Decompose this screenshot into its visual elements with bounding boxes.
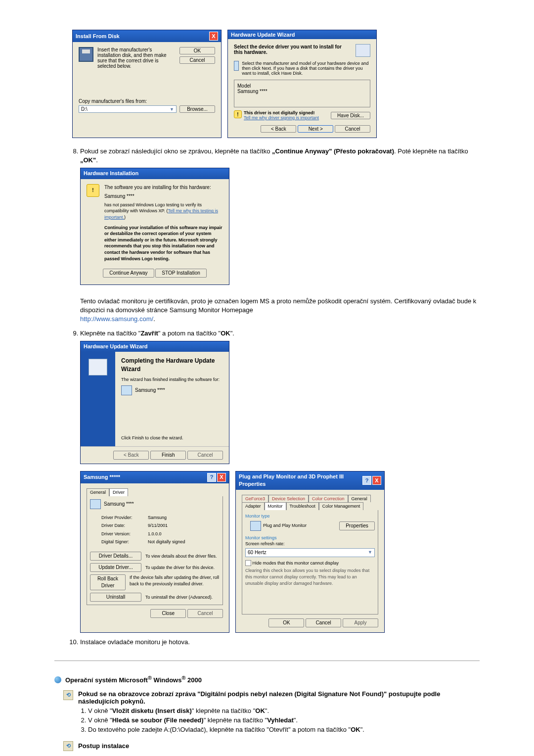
help-icon[interactable]: ? <box>362 476 371 485</box>
driver-properties-dialog: Samsung ***** ? X General Driver <box>80 471 229 633</box>
help-icon[interactable]: ? <box>207 473 216 482</box>
dialog-pair-top: Install From Disk X Insert the manufactu… <box>72 30 480 138</box>
tab-color-correction[interactable]: Color Correction <box>309 495 348 503</box>
tab-bar: GeForce3 Device Selection Color Correcti… <box>242 495 378 510</box>
win2000-intro: Pokud se na obrazovce zobrazí zpráva "Di… <box>78 690 480 705</box>
cancel-button[interactable]: Cancel <box>335 125 370 133</box>
model-value: Samsung **** <box>237 89 367 94</box>
dialog-body: Select the device driver you want to ins… <box>228 39 376 138</box>
model-panel: Model Samsung **** <box>234 80 370 107</box>
huw-heading: Select the device driver you want to ins… <box>234 44 356 55</box>
step-9: Klepněte na tlačítko "Zavřít" a potom na… <box>80 329 480 633</box>
win2000-heading: Operační systém Microsoft® Windows® 2000 <box>54 675 480 684</box>
warning-icon: ! <box>234 110 242 118</box>
info-icon: ⟲ <box>63 690 73 700</box>
uninstall-button[interactable]: Uninstall <box>90 593 141 602</box>
win2000-s3: Do textového pole zadejte A:(D:\Ovladač)… <box>88 726 480 733</box>
tab-driver[interactable]: Driver <box>109 488 128 496</box>
back-button[interactable]: < Back <box>261 125 296 133</box>
huw-select-driver-dialog: Hardware Update Wizard Select the device… <box>227 30 377 138</box>
stop-installation-button[interactable]: STOP Installation <box>155 269 206 278</box>
hwinst-logo-text: has not passed Windows Logo testing to v… <box>104 202 223 221</box>
samsung-link[interactable]: http://www.samsung.com/ <box>80 315 153 323</box>
huw-done-heading: Completing the Hardware Update Wizard <box>121 357 223 374</box>
bullet-icon <box>54 676 61 683</box>
win2000-s1: V okně "Vložit disketu (Insert disk)" kl… <box>88 707 480 714</box>
tab-color-mgmt[interactable]: Color Management <box>319 502 364 510</box>
monitor-icon <box>121 385 132 395</box>
close-icon[interactable]: X <box>209 32 218 41</box>
driver-details-button[interactable]: Driver Details... <box>90 552 141 561</box>
step-8: Pokud se zobrazí následující okno se zpr… <box>80 147 480 324</box>
pnp-monitor-dialog: Plug and Play Monitor and 3D Prophet III… <box>235 471 385 633</box>
install-from-disk-dialog: Install From Disk X Insert the manufactu… <box>72 30 222 138</box>
tab-monitor[interactable]: Monitor <box>265 502 286 510</box>
refresh-rate-label: Screen refresh rate: <box>245 541 375 547</box>
tab-troubleshoot[interactable]: Troubleshoot <box>286 502 319 510</box>
tab-general[interactable]: General <box>87 488 109 496</box>
tab-adapter[interactable]: Adapter <box>242 502 265 510</box>
monitor-icon <box>90 499 101 509</box>
postup-row: ⟲ Postup instalace <box>63 741 480 751</box>
info-icon: ⟲ <box>63 741 73 751</box>
dialog-titlebar: Hardware Update Wizard <box>81 341 229 352</box>
dialog-body: GeForce3 Device Selection Color Correcti… <box>236 490 384 632</box>
hardware-installation-dialog: Hardware Installation ! The software you… <box>80 168 229 285</box>
win2000-s2: V okně "Hledá se soubor (File needed)" k… <box>88 716 480 724</box>
have-disk-button[interactable]: Have Disk... <box>331 112 370 119</box>
huw-done-device: Samsung **** <box>135 387 165 394</box>
close-icon[interactable]: X <box>372 476 381 485</box>
rollback-driver-button[interactable]: Roll Back Driver <box>90 574 126 590</box>
update-driver-button[interactable]: Update Driver... <box>90 563 141 572</box>
tab-device-selection[interactable]: Device Selection <box>268 495 309 503</box>
driver-info-table: Driver Provider:Samsung Driver Date:9/11… <box>100 513 187 547</box>
driver-device: Samsung **** <box>104 501 134 508</box>
wizard-icon <box>89 359 107 376</box>
dialog-title: Hardware Update Wizard <box>231 32 295 38</box>
tab-general[interactable]: General <box>348 495 371 503</box>
ok-button[interactable]: OK <box>179 47 215 54</box>
dialog-titlebar: Hardware Update Wizard <box>228 30 376 39</box>
dialog-title: Samsung ***** <box>84 473 120 481</box>
dialog-title: Hardware Update Wizard <box>84 343 148 350</box>
dialog-titlebar: Plug and Play Monitor and 3D Prophet III… <box>236 472 384 490</box>
dialog-title: Hardware Installation <box>84 170 138 177</box>
monitor-type-label: Monitor type <box>245 513 375 520</box>
dialog-title: Install From Disk <box>76 33 120 39</box>
dialog-titlebar: Hardware Installation <box>81 168 229 179</box>
win2000-substeps: V okně "Vložit disketu (Insert disk)" kl… <box>78 707 480 733</box>
continue-anyway-button[interactable]: Continue Anyway <box>103 269 154 278</box>
monitor-name: Plug and Play Monitor <box>263 522 307 529</box>
huw-instruction: Select the manufacturer and model of you… <box>242 61 370 76</box>
browse-button[interactable]: Browse... <box>179 105 215 113</box>
doc-page: Install From Disk X Insert the manufactu… <box>0 0 534 756</box>
tab-geforce3[interactable]: GeForce3 <box>242 495 268 503</box>
driver-panel: Samsung **** Driver Provider:Samsung Dri… <box>87 496 223 605</box>
monitor-icon <box>234 61 239 71</box>
path-dropdown[interactable]: D:\ ▼ <box>79 105 177 113</box>
dialog-body: General Driver Samsung **** Driver Provi… <box>81 483 229 623</box>
next-button[interactable]: Next > <box>298 125 333 133</box>
cancel-button: Cancel <box>187 609 223 618</box>
back-button: < Back <box>113 451 149 460</box>
floppy-icon <box>79 47 93 62</box>
hide-modes-row: Hide modes that this monitor cannot disp… <box>245 560 375 567</box>
monitor-settings-label: Monitor settings <box>245 535 375 541</box>
tab-bar: General Driver <box>87 488 223 496</box>
chevron-down-icon: ▼ <box>170 107 174 112</box>
path-value: D:\ <box>81 106 88 112</box>
hide-modes-checkbox[interactable] <box>245 560 251 566</box>
finish-button[interactable]: Finish <box>150 451 186 460</box>
chevron-down-icon: ▼ <box>368 549 372 556</box>
close-icon[interactable]: X <box>217 473 226 482</box>
ok-button[interactable]: OK <box>268 618 304 627</box>
why-signing-link[interactable]: Tell me why driver signing is important <box>244 115 319 120</box>
monitor-icon <box>250 521 261 531</box>
cancel-button[interactable]: Cancel <box>306 618 341 627</box>
cancel-button[interactable]: Cancel <box>179 56 215 64</box>
monitor-panel: Monitor type Plug and Play Monitor Prope… <box>242 510 378 614</box>
close-button[interactable]: Close <box>150 609 186 618</box>
hide-modes-label: Hide modes that this monitor cannot disp… <box>253 561 339 566</box>
refresh-rate-dropdown[interactable]: 60 Hertz ▼ <box>245 548 375 557</box>
properties-button[interactable]: Properties <box>339 521 375 530</box>
